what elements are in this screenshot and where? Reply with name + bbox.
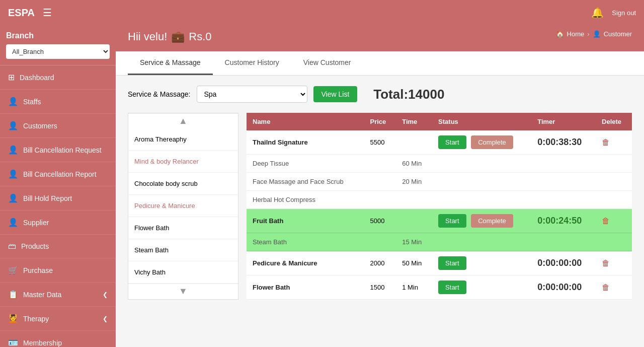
list-item-mind[interactable]: Mind & body Relancer	[128, 151, 238, 173]
list-item-vichy[interactable]: Vichy Bath	[128, 261, 238, 284]
row-timer: 0:00:38:30	[531, 130, 596, 155]
therapy-arrow-icon: ❮	[103, 315, 108, 322]
sidebar-item-products[interactable]: 🗃 Products	[0, 235, 116, 258]
tab-service-massage[interactable]: Service & Massage	[128, 51, 213, 75]
table-row: Pedicure & Manicure 2000 50 Min Start 0:…	[247, 251, 632, 275]
sidebar-item-staffs[interactable]: 👤 Staffs	[0, 90, 116, 114]
row-price	[364, 191, 396, 209]
table-row: Deep Tissue 60 Min	[247, 155, 632, 173]
complete-button[interactable]: Complete	[471, 214, 513, 228]
briefcase-icon: 💼	[171, 30, 185, 43]
row-delete: 🗑	[596, 130, 632, 155]
topbar-left: ESPA ☰	[8, 7, 52, 19]
sidebar-item-bill-cancel-rpt[interactable]: 👤 Bill Cancellation Report	[0, 162, 116, 186]
sidebar-item-membership[interactable]: 🪪 Membership	[0, 331, 116, 347]
start-button[interactable]: Start	[438, 281, 466, 294]
breadcrumb-customer[interactable]: Customer	[604, 30, 632, 38]
branch-select[interactable]: All_Branch	[6, 44, 110, 59]
sidebar-label-membership: Membership	[23, 339, 62, 347]
master-data-icon: 📋	[8, 290, 18, 299]
scroll-down-icon[interactable]: ▼	[128, 284, 238, 299]
row-status: Start	[432, 251, 531, 275]
delete-icon[interactable]: 🗑	[602, 217, 610, 225]
row-time	[396, 209, 432, 233]
table-row: Steam Bath 15 Min	[247, 233, 632, 251]
row-price	[364, 155, 396, 173]
col-header-status: Status	[432, 113, 531, 130]
menu-icon[interactable]: ☰	[43, 7, 52, 19]
start-button[interactable]: Start	[438, 135, 466, 149]
tab-view-customer[interactable]: View Customer	[291, 51, 363, 75]
sidebar-label-staffs: Staffs	[23, 98, 41, 106]
row-status	[432, 173, 531, 191]
bill-cancel-rpt-icon: 👤	[8, 169, 18, 179]
sidebar-item-purchase[interactable]: 🛒 Purchase	[0, 258, 116, 283]
row-status	[432, 233, 531, 251]
row-timer: 0:00:00:00	[531, 275, 596, 300]
page-content: Service & Massage: Spa Massage Body Trea…	[116, 76, 644, 310]
table-row: Flower Bath 1500 1 Min Start 0:00:00:00 …	[247, 275, 632, 300]
row-name: Thailnd Signature	[247, 130, 364, 155]
sidebar-item-customers[interactable]: 👤 Customers	[0, 114, 116, 138]
sidebar-item-master-data[interactable]: 📋 Master Data ❮	[0, 283, 116, 307]
sidebar-item-dashboard[interactable]: ⊞ Dashboard	[0, 65, 116, 90]
breadcrumb-home[interactable]: Home	[567, 30, 585, 38]
delete-icon[interactable]: 🗑	[602, 138, 610, 147]
table-row: Herbal Hot Compress	[247, 191, 632, 209]
view-list-button[interactable]: View List	[313, 86, 358, 102]
breadcrumb-sep: ›	[587, 30, 589, 38]
therapy-icon: 💆	[8, 314, 18, 323]
table-row: Face Massage and Face Scrub 20 Min	[247, 173, 632, 191]
row-delete	[596, 233, 632, 251]
bell-icon[interactable]: 🔔	[591, 7, 604, 19]
sidebar-label-bill-hold-rpt: Bill Hold Report	[23, 194, 72, 202]
sidebar-label-dashboard: Dashboard	[20, 74, 54, 82]
col-header-price: Price	[364, 113, 396, 130]
row-time: 15 Min	[396, 233, 432, 251]
list-item-aroma[interactable]: Aroma Thereaphy	[128, 128, 238, 151]
supplier-icon: 👤	[8, 218, 18, 227]
start-button[interactable]: Start	[438, 256, 466, 270]
service-table-container: Name Price Time Status Timer Delete	[247, 113, 632, 300]
sidebar-label-bill-cancel-req: Bill Cancellation Request	[23, 146, 102, 154]
dashboard-icon: ⊞	[8, 73, 15, 82]
scroll-up-icon[interactable]: ▲	[128, 113, 238, 128]
sidebar-item-bill-hold-rpt[interactable]: 👤 Bill Hold Report	[0, 186, 116, 211]
list-item-pedicure[interactable]: Pedicure & Manicure	[128, 195, 238, 217]
row-timer	[531, 173, 596, 191]
breadcrumb: 🏠 Home › 👤 Customer	[556, 30, 632, 38]
row-name: Herbal Hot Compress	[247, 191, 364, 209]
sidebar-item-therapy[interactable]: 💆 Therapy ❮	[0, 307, 116, 331]
sidebar-item-master-data-left: 📋 Master Data	[8, 290, 61, 299]
total-label: Total:14000	[373, 87, 444, 102]
staffs-icon: 👤	[8, 97, 18, 106]
col-header-delete: Delete	[596, 113, 632, 130]
complete-button[interactable]: Complete	[471, 135, 513, 149]
sidebar-item-supplier[interactable]: 👤 Supplier	[0, 211, 116, 235]
master-data-arrow-icon: ❮	[103, 291, 108, 298]
row-name: Fruit Bath	[247, 209, 364, 233]
signout-link[interactable]: Sign out	[612, 9, 636, 17]
sidebar-item-therapy-left: 💆 Therapy	[8, 314, 49, 323]
start-button[interactable]: Start	[438, 214, 466, 228]
tab-customer-history[interactable]: Customer History	[213, 51, 291, 75]
table-row: Fruit Bath 5000 Start Complete 0:00:24:5…	[247, 209, 632, 233]
col-header-time: Time	[396, 113, 432, 130]
delete-icon[interactable]: 🗑	[602, 259, 610, 267]
row-status	[432, 191, 531, 209]
membership-icon: 🪪	[8, 338, 18, 347]
delete-icon[interactable]: 🗑	[602, 283, 610, 292]
service-select[interactable]: Spa Massage Body Treatment	[197, 86, 307, 103]
row-price: 5000	[364, 209, 396, 233]
list-item-chocolate[interactable]: Chocolate body scrub	[128, 173, 238, 195]
row-timer: 0:00:00:00	[531, 251, 596, 275]
row-price: 2000	[364, 251, 396, 275]
list-item-flower[interactable]: Flower Bath	[128, 217, 238, 239]
main-grid: ▲ Aroma Thereaphy Mind & body Relancer C…	[128, 113, 632, 300]
list-item-steam[interactable]: Steam Bath	[128, 239, 238, 261]
customers-icon: 👤	[8, 121, 18, 130]
branch-label: Branch	[6, 31, 110, 40]
row-time: 20 Min	[396, 173, 432, 191]
sidebar-item-bill-cancel-req[interactable]: 👤 Bill Cancellation Request	[0, 138, 116, 162]
service-table: Name Price Time Status Timer Delete	[247, 113, 632, 300]
